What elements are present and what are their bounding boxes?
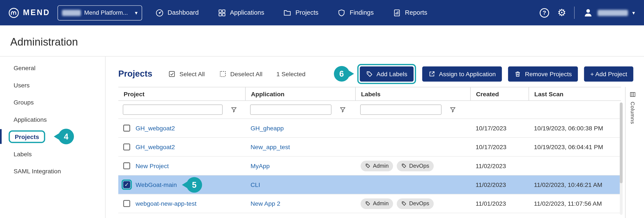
labels-filter-button[interactable] bbox=[449, 106, 456, 113]
sidebar-item-label: Applications bbox=[14, 116, 47, 123]
shield-icon bbox=[337, 8, 346, 17]
columns-panel-label: Columns bbox=[630, 102, 636, 124]
application-filter-input[interactable] bbox=[250, 105, 332, 114]
project-link[interactable]: GH_webgoat2 bbox=[136, 143, 175, 150]
mend-logo[interactable]: MEND bbox=[8, 7, 50, 18]
sidebar-item-labels[interactable]: Labels bbox=[0, 145, 105, 162]
created-date: 11/02/2023 bbox=[470, 156, 529, 175]
projects-table: Project Application Labels Created Last … bbox=[118, 87, 621, 213]
dashboard-icon bbox=[155, 8, 164, 17]
project-link[interactable]: WebGoat-main bbox=[136, 181, 177, 188]
selected-count: 1 Selected bbox=[276, 70, 306, 77]
nav-label: Projects bbox=[296, 9, 318, 16]
select-all-button[interactable]: Select All bbox=[168, 70, 205, 78]
column-header-last-scan[interactable]: Last Scan bbox=[529, 87, 621, 101]
sidebar-item-users[interactable]: Users bbox=[0, 76, 105, 94]
deselect-all-button[interactable]: Deselect All bbox=[219, 70, 262, 78]
callout-step-4: 4 bbox=[58, 129, 74, 144]
column-header-project[interactable]: Project bbox=[118, 87, 246, 101]
nav-projects[interactable]: Projects bbox=[283, 8, 318, 17]
application-filter-button[interactable] bbox=[339, 106, 346, 113]
columns-icon bbox=[629, 91, 636, 98]
projects-toolbar: Projects Select All Deselect All 1 Selec… bbox=[118, 65, 634, 83]
sidebar-item-label: Labels bbox=[14, 150, 32, 157]
nav-reports[interactable]: Reports bbox=[393, 8, 427, 17]
sidebar-item-groups[interactable]: Groups bbox=[0, 94, 105, 111]
labels-filter-input[interactable] bbox=[360, 105, 442, 114]
labels-cell: AdminDevOps bbox=[356, 194, 471, 213]
table-row[interactable]: webgoat-new-app-test New App 2 AdminDevO… bbox=[118, 194, 621, 213]
row-checkbox[interactable] bbox=[123, 200, 130, 207]
nav-findings[interactable]: Findings bbox=[337, 8, 374, 17]
scrollbar-thumb[interactable] bbox=[620, 103, 622, 184]
table-row[interactable]: ✓ WebGoat-main 5 CLI 11/02/2023 11/02/20… bbox=[118, 176, 621, 194]
row-checkbox-wrap bbox=[122, 123, 132, 133]
application-link[interactable]: GH_gheapp bbox=[251, 124, 284, 131]
table-body: GH_webgoat2 GH_gheapp 10/17/2023 10/19/2… bbox=[118, 119, 621, 213]
applications-icon bbox=[218, 8, 226, 17]
application-link[interactable]: New_app_test bbox=[251, 143, 290, 150]
sidebar-item-general[interactable]: General bbox=[0, 59, 105, 76]
label-pill: DevOps bbox=[397, 198, 434, 209]
sidebar-item-label: SAML Integration bbox=[14, 168, 61, 174]
projects-heading: Projects bbox=[118, 69, 152, 79]
row-checkbox[interactable] bbox=[123, 124, 130, 131]
assign-to-application-button[interactable]: Assign to Application bbox=[422, 66, 502, 81]
sidebar-item-applications[interactable]: Applications bbox=[0, 111, 105, 128]
row-checkbox[interactable]: ✓ bbox=[123, 181, 130, 188]
nav-label: Reports bbox=[405, 9, 427, 16]
row-checkbox[interactable] bbox=[123, 143, 130, 150]
labels-cell bbox=[356, 119, 471, 137]
created-date: 11/02/2023 bbox=[470, 176, 529, 194]
sidebar-item-saml-integration[interactable]: SAML Integration bbox=[0, 162, 105, 180]
application-link[interactable]: MyApp bbox=[251, 162, 270, 169]
label-pill: DevOps bbox=[397, 161, 434, 171]
org-selector-label: Mend Platform... bbox=[84, 9, 128, 16]
table-row[interactable]: GH_webgoat2 New_app_test 10/17/2023 10/1… bbox=[118, 138, 621, 156]
gear-icon[interactable]: ⚙ bbox=[557, 8, 566, 18]
table-row[interactable]: New Project MyApp AdminDevOps 11/02/2023 bbox=[118, 156, 621, 175]
sidebar-item-label: Users bbox=[14, 81, 30, 88]
help-icon[interactable]: ? bbox=[540, 8, 549, 17]
row-checkbox-wrap: ✓ bbox=[122, 180, 132, 190]
application-link[interactable]: New App 2 bbox=[251, 200, 280, 207]
mend-logo-icon bbox=[8, 7, 19, 18]
page-header: Administration bbox=[0, 25, 644, 57]
redacted-user-name bbox=[598, 10, 628, 16]
label-pill-text: Admin bbox=[373, 163, 388, 169]
project-filter-input[interactable] bbox=[123, 105, 223, 114]
column-header-application[interactable]: Application bbox=[246, 87, 356, 101]
project-filter-button[interactable] bbox=[230, 106, 237, 113]
last-scan-date: 11/02/2023, 10:46:21 AM bbox=[529, 176, 621, 194]
nav-dashboard[interactable]: Dashboard bbox=[155, 8, 199, 17]
project-link[interactable]: GH_webgoat2 bbox=[136, 124, 175, 131]
label-pill-text: DevOps bbox=[409, 163, 429, 169]
application-cell: New App 2 bbox=[246, 194, 356, 213]
labels-cell: AdminDevOps bbox=[356, 156, 471, 175]
deselect-all-icon bbox=[219, 70, 226, 78]
remove-projects-button[interactable]: Remove Projects bbox=[508, 66, 578, 81]
table-row[interactable]: GH_webgoat2 GH_gheapp 10/17/2023 10/19/2… bbox=[118, 119, 621, 138]
nav-label: Applications bbox=[230, 9, 264, 16]
add-project-button[interactable]: + Add Project bbox=[584, 66, 633, 81]
help-glyph: ? bbox=[542, 9, 546, 16]
project-link[interactable]: New Project bbox=[136, 162, 169, 169]
application-link[interactable]: CLI bbox=[251, 181, 260, 188]
column-header-labels[interactable]: Labels bbox=[356, 87, 471, 101]
vertical-scrollbar[interactable] bbox=[620, 103, 622, 215]
sidebar-item-projects[interactable]: Projects 4 bbox=[0, 128, 105, 145]
row-checkbox[interactable] bbox=[123, 162, 130, 169]
project-link[interactable]: webgoat-new-app-test bbox=[136, 200, 196, 207]
user-menu[interactable]: ▾ bbox=[583, 7, 635, 18]
sidebar-item-label: General bbox=[14, 64, 36, 71]
row-checkbox-wrap bbox=[122, 142, 132, 152]
application-cell: GH_gheapp bbox=[246, 119, 356, 137]
trash-icon bbox=[514, 70, 521, 77]
add-labels-button[interactable]: Add Labels bbox=[360, 66, 414, 81]
column-header-created[interactable]: Created bbox=[470, 87, 529, 101]
columns-panel-toggle[interactable]: Columns bbox=[625, 87, 640, 218]
toolbar-actions: 6 Add Labels Assign to Application Remov… bbox=[334, 64, 633, 84]
created-date: 10/17/2023 bbox=[470, 119, 529, 137]
nav-applications[interactable]: Applications bbox=[218, 8, 264, 17]
organization-selector[interactable]: Mend Platform... ▾ bbox=[58, 5, 142, 20]
